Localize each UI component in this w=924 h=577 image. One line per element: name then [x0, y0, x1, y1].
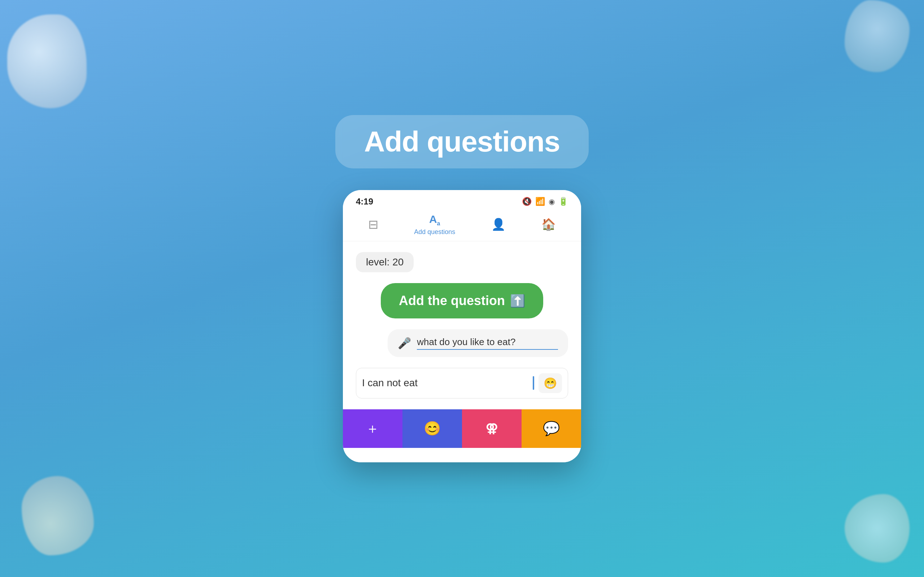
status-time: 4:19 [356, 197, 373, 206]
mute-icon: 🔇 [522, 197, 531, 206]
nav-add-questions[interactable]: Aa Add questions [414, 213, 455, 236]
chat-icon: 💬 [543, 421, 560, 436]
nav-bar: ⊟ Aa Add questions 👤 🏠 [343, 210, 581, 241]
nav-home[interactable]: 🏠 [541, 218, 556, 231]
toolbar-add-button[interactable]: ＋ [343, 409, 402, 448]
phone-footer [343, 448, 581, 462]
decorative-blob-bottom-right [845, 494, 909, 562]
voice-bubble: 🎤 what do you like to eat? [388, 329, 568, 357]
emoji-face-icon: 😊 [424, 421, 441, 436]
nav-profile[interactable]: 👤 [491, 218, 506, 231]
level-badge: level: 20 [356, 252, 414, 272]
decorative-blob-top-left [7, 15, 87, 108]
wifi-icon: 📶 [535, 197, 545, 206]
page-center: Add questions 4:19 🔇 📶 ◉ 🔋 ⊟ Aa Add ques… [335, 115, 589, 462]
flashcard-icon: ⊟ [368, 217, 378, 232]
toolbar-gender-button[interactable]: ⚢ [462, 409, 522, 448]
text-cursor [533, 376, 534, 390]
content-area: level: 20 Add the question ⬆️ 🎤 what do … [343, 241, 581, 409]
home-icon: 🏠 [541, 218, 556, 231]
title-pill: Add questions [335, 115, 589, 168]
add-question-button[interactable]: Add the question ⬆️ [381, 283, 543, 318]
status-icons: 🔇 📶 ◉ 🔋 [522, 197, 568, 206]
bottom-toolbar: ＋ 😊 ⚢ 💬 [343, 409, 581, 448]
gender-icon: ⚢ [485, 421, 498, 436]
nav-add-questions-label: Add questions [414, 228, 455, 236]
phone-mockup: 4:19 🔇 📶 ◉ 🔋 ⊟ Aa Add questions 👤 🏠 [343, 190, 581, 462]
text-input-value[interactable]: I can not eat [362, 377, 528, 389]
input-row[interactable]: I can not eat 😁 [356, 368, 568, 398]
profile-icon: 👤 [491, 218, 506, 231]
upload-icon: ⬆️ [510, 293, 525, 308]
status-bar: 4:19 🔇 📶 ◉ 🔋 [343, 190, 581, 210]
level-text: level: 20 [366, 256, 404, 268]
toolbar-emoji-face-button[interactable]: 😊 [402, 409, 462, 448]
plus-icon: ＋ [366, 419, 380, 438]
decorative-blob-top-right [845, 0, 909, 72]
add-questions-icon: Aa [429, 213, 440, 227]
battery-icon: 🔋 [558, 197, 568, 206]
add-question-label: Add the question [399, 293, 505, 308]
page-title: Add questions [364, 125, 560, 158]
signal-icon: ◉ [549, 197, 555, 206]
voice-question-text: what do you like to eat? [417, 337, 558, 350]
toolbar-chat-button[interactable]: 💬 [522, 409, 581, 448]
decorative-blob-bottom-left [22, 476, 94, 555]
nav-flashcard[interactable]: ⊟ [368, 217, 378, 232]
emoji-button[interactable]: 😁 [538, 373, 562, 393]
mic-icon: 🎤 [398, 337, 411, 350]
